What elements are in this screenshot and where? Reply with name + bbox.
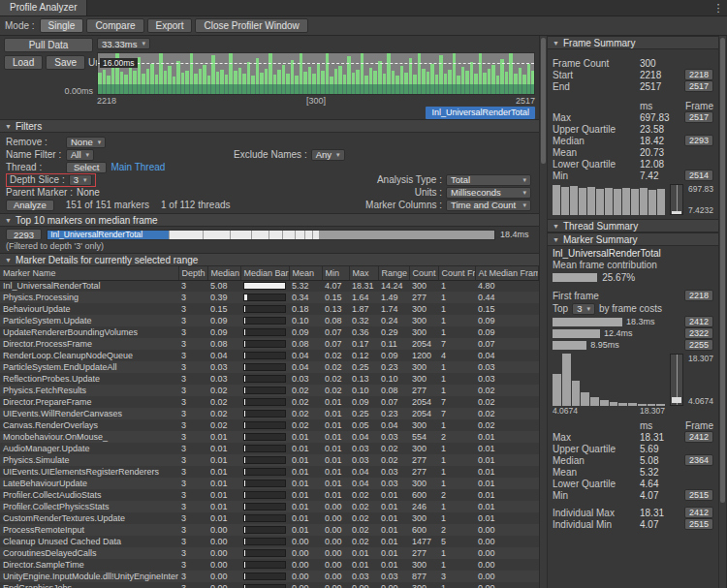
table-row[interactable]: Physics.Simulate30.010.010.010.030.02277… xyxy=(0,454,539,466)
top10-section-header[interactable]: ▼ Top 10 markers on median frame xyxy=(0,213,539,227)
pull-data-button[interactable]: Pull Data xyxy=(4,38,93,52)
filters-section-header[interactable]: ▼ Filters xyxy=(0,119,539,133)
save-button[interactable]: Save xyxy=(46,55,85,70)
column-header[interactable]: Marker Name xyxy=(0,266,178,280)
frame-summary-section-header[interactable]: ▼ Frame Summary xyxy=(548,36,718,49)
export-button[interactable]: Export xyxy=(147,18,193,33)
stat-row: Lower Quartile4.64 xyxy=(548,478,718,489)
analysis-type-dropdown[interactable]: Total ▾ xyxy=(446,174,531,186)
frame-badge[interactable]: 2293 xyxy=(684,135,713,146)
median-bar xyxy=(243,514,286,522)
table-row[interactable]: Profiler.CollectAudioStats30.010.010.010… xyxy=(0,489,539,501)
column-header[interactable]: Min xyxy=(322,266,349,280)
table-row[interactable]: LateBehaviourUpdate30.010.010.010.040.03… xyxy=(0,478,539,489)
mode-single-button[interactable]: Single xyxy=(40,18,84,33)
table-row[interactable]: ParticleSystem.EndUpdateAll30.030.040.02… xyxy=(0,361,539,373)
table-row[interactable]: RenderLoop.CleanupNodeQueue30.040.040.02… xyxy=(0,350,539,361)
frame-badge[interactable]: 2218 xyxy=(684,290,713,301)
column-header[interactable]: Count xyxy=(409,266,438,280)
table-row[interactable]: AudioManager.Update30.010.010.010.030.02… xyxy=(0,443,539,454)
frame-badge[interactable]: 2255 xyxy=(684,339,713,351)
thread-select-button[interactable]: Select xyxy=(66,162,107,173)
table-row[interactable]: Physics.Processing30.390.340.151.641.492… xyxy=(0,292,539,303)
frame-badge[interactable]: 2412 xyxy=(684,507,713,518)
marker-summary-histogram xyxy=(553,354,665,406)
table-row[interactable]: CoroutinesDelayedCalls30.000.000.000.010… xyxy=(0,547,539,559)
table-row[interactable]: Director.PrepareFrame30.020.020.010.090.… xyxy=(0,396,539,408)
frame-badge[interactable]: 2322 xyxy=(684,327,713,339)
frame-badge[interactable]: 2515 xyxy=(684,518,713,530)
histogram-bar xyxy=(570,186,578,215)
column-header[interactable]: Count Frame xyxy=(438,266,475,280)
top10-bar[interactable]: Inl_UniversalRenderTotal xyxy=(47,230,495,240)
table-row[interactable]: Monobehaviour.OnMouse_30.010.010.010.040… xyxy=(0,431,539,443)
table-row[interactable]: ParticleSystem.Update30.090.100.080.320.… xyxy=(0,315,539,326)
name-filter-dropdown[interactable]: All ▾ xyxy=(66,149,94,161)
table-row[interactable]: Director.ProcessFrame30.080.080.070.170.… xyxy=(0,338,539,350)
right-scrollbar-thumb[interactable] xyxy=(720,38,725,503)
tab-profile-analyzer[interactable]: Profile Analyzer xyxy=(0,0,87,15)
table-row[interactable]: BehaviourUpdate30.150.180.131.871.743001… xyxy=(0,303,539,315)
load-button[interactable]: Load xyxy=(4,55,43,70)
mean-contribution-row: 25.67% xyxy=(548,271,718,284)
median-frame-badge[interactable]: 2293 xyxy=(6,229,42,240)
histogram-bar xyxy=(614,189,621,215)
left-scrollbar-thumb[interactable] xyxy=(541,38,546,164)
thread-summary-section-header[interactable]: ▼ Thread Summary xyxy=(548,219,718,232)
column-header[interactable]: Range xyxy=(378,266,409,280)
foldout-arrow-icon: ▼ xyxy=(5,123,12,130)
frame-badge[interactable]: 2515 xyxy=(684,489,713,501)
close-profiler-window-button[interactable]: Close Profiler Window xyxy=(195,18,307,33)
frame-badge[interactable]: 2517 xyxy=(684,111,713,123)
analyze-button[interactable]: Analyze xyxy=(6,200,54,211)
table-row[interactable]: Profiler.CollectPhysicsStats30.010.010.0… xyxy=(0,501,539,512)
frame-badge[interactable]: 2412 xyxy=(684,431,713,443)
table-row[interactable]: UnityEngine.InputModule.dll!UnityEngineI… xyxy=(0,571,539,582)
remove-dropdown[interactable]: None ▾ xyxy=(66,137,106,148)
table-row[interactable]: UIEvents.WillRenderCanvases30.020.020.01… xyxy=(0,408,539,419)
units-dropdown[interactable]: Milliseconds ▾ xyxy=(446,187,531,199)
table-row[interactable]: Physics.FetchResults30.020.020.020.100.0… xyxy=(0,385,539,396)
table-row[interactable]: Cleanup Unused Cached Data30.000.000.000… xyxy=(0,536,539,547)
depth-slice-dropdown[interactable]: 3 ▾ xyxy=(69,174,92,186)
marker-details-section-header[interactable]: ▼ Marker Details for currently selected … xyxy=(0,253,539,266)
table-row[interactable]: Director.SampleTime30.000.000.000.010.01… xyxy=(0,559,539,571)
table-row[interactable]: Inl_UniversalRenderTotal35.085.324.0718.… xyxy=(0,280,539,292)
column-header[interactable]: Median Bar xyxy=(240,266,289,280)
frame-badge[interactable]: 2517 xyxy=(684,80,713,92)
marker-columns-dropdown[interactable]: Time and Count ▾ xyxy=(446,200,531,211)
marker-summary-section-header[interactable]: ▼ Marker Summary xyxy=(548,232,718,246)
median-bar xyxy=(243,305,286,313)
mode-compare-button[interactable]: Compare xyxy=(86,18,143,33)
column-header[interactable]: Median xyxy=(207,266,240,280)
column-header[interactable]: Depth xyxy=(178,266,207,280)
table-row[interactable]: EndGraphicsJobs30.000.000.000.000.003001… xyxy=(0,582,539,588)
column-header[interactable]: Max xyxy=(349,266,378,280)
table-row[interactable]: UpdateRendererBoundingVolumes30.090.090.… xyxy=(0,326,539,338)
frame-badge[interactable]: 2218 xyxy=(684,69,713,80)
frame-badge[interactable]: 2514 xyxy=(684,170,713,181)
median-bar xyxy=(243,340,286,348)
frame-time-graph[interactable]: 16.00ms xyxy=(97,52,535,95)
table-row[interactable]: Canvas.RenderOverlays30.020.020.010.050.… xyxy=(0,419,539,431)
column-header[interactable]: At Median Frame xyxy=(475,266,539,280)
top-n-dropdown[interactable]: 3 ▾ xyxy=(572,303,595,315)
frame-range-dropdown[interactable]: 33.33ms ▾ xyxy=(97,38,150,49)
window-menu-icon[interactable]: ⋮ xyxy=(710,0,727,15)
table-row[interactable]: UIEvents.UIElementsRegisterRenderers30.0… xyxy=(0,466,539,478)
column-header[interactable]: Mean xyxy=(289,266,322,280)
left-scrollbar[interactable] xyxy=(539,36,548,588)
foldout-arrow-icon: ▼ xyxy=(5,217,12,224)
top-frame-bars: 18.3ms241212.4ms23228.95ms2255 xyxy=(548,316,718,351)
right-scrollbar[interactable] xyxy=(718,36,727,588)
frame-badge[interactable]: 2412 xyxy=(684,316,713,327)
stat-row: Min4.072515 xyxy=(548,489,718,501)
histogram-bar xyxy=(640,188,648,215)
top-frame-bar-row: 18.3ms2412 xyxy=(548,316,718,327)
table-row[interactable]: ReflectionProbes.Update30.030.030.020.13… xyxy=(0,373,539,385)
frame-badge[interactable]: 2364 xyxy=(684,454,713,466)
selected-marker-badge[interactable]: Inl_UniversalRenderTotal xyxy=(426,107,535,119)
table-row[interactable]: CustomRenderTextures.Update30.010.010.00… xyxy=(0,512,539,524)
exclude-names-dropdown[interactable]: Any ▾ xyxy=(311,149,345,161)
table-row[interactable]: ProcessRemoteInput30.000.010.000.020.016… xyxy=(0,524,539,536)
